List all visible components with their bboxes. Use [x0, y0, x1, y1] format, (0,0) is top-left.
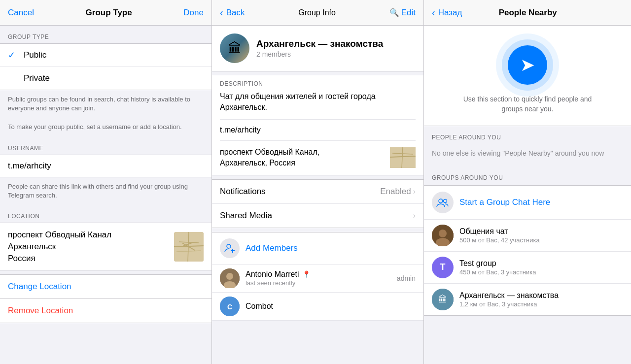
add-members-label: Add Members	[245, 243, 298, 253]
people-around-label: PEOPLE AROUND YOU	[424, 126, 631, 145]
start-group-row[interactable]: Start a Group Chat Here	[424, 186, 631, 220]
nav-title-group-info: Group Info	[298, 8, 336, 17]
nazad-button[interactable]: ‹ Назад	[432, 7, 462, 18]
nearby-group-info-1: Test group 450 м от Вас, 3 участника	[459, 259, 623, 276]
group-type-list: ✓ Public ✓ Private	[0, 43, 211, 90]
nav-bar-group-info: ‹ Back Group Info 🔍 Edit	[212, 0, 423, 26]
member-row-antonio[interactable]: Antonio Marreti 📍 last seen recently adm…	[212, 265, 423, 293]
nearby-group-name-0: Общения чат	[459, 227, 623, 236]
notifications-label: Notifications	[220, 187, 266, 197]
nearby-description: Use this section to quickly find people …	[458, 95, 596, 114]
description-label: DESCRIPTION	[212, 75, 423, 89]
people-empty-text: No one else is viewing "People Nearby" a…	[424, 145, 631, 166]
username-info-text: People can share this link with others a…	[0, 177, 211, 205]
location-section-header: LOCATION	[0, 205, 211, 223]
back-label-3: Назад	[438, 8, 462, 18]
group-avatar-inner: 🏛	[220, 33, 249, 63]
username-value: t.me/arhcity	[8, 161, 51, 170]
nearby-group-info-2: Архангельск — знакомства 1,2 км от Вас, …	[459, 291, 623, 308]
chevron-right-icon: ›	[413, 187, 416, 196]
svg-point-9	[227, 244, 231, 248]
nearby-hero: ➤ Use this section to quickly find peopl…	[424, 26, 631, 126]
nearby-avatar-arh: 🏛	[432, 289, 454, 310]
groups-section-wrapper: GROUPS AROUND YOU Start a Group Chat Her…	[424, 166, 631, 316]
search-icon: 🔍	[389, 8, 399, 17]
group-type-panel: Cancel Group Type Done GROUP TYPE ✓ Publ…	[0, 0, 212, 364]
member-status-antonio: last seen recently	[245, 279, 391, 287]
notifications-row[interactable]: Notifications Enabled ›	[212, 180, 423, 204]
location-text: проспект Обводный КаналАрхангельскРоссия	[8, 229, 111, 264]
chevron-right-icon-2: ›	[413, 211, 416, 220]
people-nearby-panel: ‹ Назад People Nearby ➤ Use this section…	[424, 0, 631, 364]
nearby-group-sub-0: 500 м от Вас, 42 участника	[459, 236, 623, 244]
group-avatar: 🏛	[220, 33, 249, 63]
group-members: 2 members	[256, 50, 383, 58]
edit-label: Edit	[401, 8, 416, 18]
username-link[interactable]: t.me/arhcity	[212, 120, 423, 140]
back-chevron-icon-3: ‹	[432, 7, 435, 18]
shared-media-label: Shared Media	[220, 211, 272, 221]
back-button[interactable]: ‹ Back	[220, 7, 245, 18]
location-row-text: проспект Обводный Канал,Архангельск, Рос…	[220, 147, 319, 169]
nav-title-people-nearby: People Nearby	[499, 8, 557, 18]
start-group-label: Start a Group Chat Here	[459, 198, 550, 207]
nearby-group-name-1: Test group	[459, 259, 623, 268]
shared-media-value: ›	[413, 211, 416, 220]
member-row-combot[interactable]: C Combot	[212, 293, 423, 321]
public-info-text-2: To make your group public, set a usernam…	[0, 118, 211, 136]
private-type-item[interactable]: ✓ Private	[0, 67, 211, 90]
done-button[interactable]: Done	[183, 8, 204, 18]
nearby-group-row-0[interactable]: Общения чат 500 м от Вас, 42 участника	[424, 220, 631, 252]
member-name-antonio: Antonio Marreti 📍	[245, 270, 391, 279]
svg-point-17	[439, 199, 443, 203]
nearby-avatar-obshenya	[432, 225, 454, 246]
nav-title-group-type: Group Type	[86, 8, 132, 18]
nearby-group-info-0: Общения чат 500 м от Вас, 42 участника	[459, 227, 623, 244]
location-circle-icon: ➤	[508, 45, 547, 85]
add-members-row[interactable]: Add Members	[212, 232, 423, 265]
nav-bar-group-type: Cancel Group Type Done	[0, 0, 211, 26]
member-avatar-combot: C	[220, 297, 240, 316]
start-group-icon	[432, 192, 454, 213]
pin-icon: 📍	[302, 270, 311, 278]
back-chevron-icon: ‹	[220, 7, 223, 18]
cancel-button[interactable]: Cancel	[8, 8, 34, 18]
description-section: DESCRIPTION Чат для общения жителей и го…	[212, 75, 423, 175]
svg-point-18	[444, 199, 447, 202]
add-members-icon	[220, 238, 240, 258]
remove-location-button[interactable]: Remove Location	[0, 298, 211, 323]
location-row: проспект Обводный Канал,Архангельск, Рос…	[212, 141, 423, 175]
map-mini-thumbnail	[390, 147, 416, 168]
change-location-button[interactable]: Change Location	[0, 275, 211, 298]
svg-text:🏛: 🏛	[438, 294, 447, 304]
back-label: Back	[226, 8, 245, 18]
nearby-group-row-2[interactable]: 🏛 Архангельск — знакомства 1,2 км от Вас…	[424, 284, 631, 315]
member-info-antonio: Antonio Marreti 📍 last seen recently	[245, 270, 391, 287]
svg-text:C: C	[227, 303, 232, 311]
group-info: Архангельск — знакомства 2 members	[256, 38, 383, 58]
group-name: Архангельск — знакомства	[256, 38, 383, 49]
edit-button[interactable]: 🔍 Edit	[389, 8, 416, 18]
nearby-group-row-1[interactable]: T Test group 450 м от Вас, 3 участника	[424, 252, 631, 284]
location-block: проспект Обводный КаналАрхангельскРоссия	[0, 223, 211, 270]
shared-media-row[interactable]: Shared Media ›	[212, 204, 423, 228]
people-around-section: PEOPLE AROUND YOU No one else is viewing…	[424, 126, 631, 166]
map-thumbnail	[174, 232, 204, 262]
group-header: 🏛 Архангельск — знакомства 2 members	[212, 26, 423, 71]
svg-point-13	[226, 273, 233, 280]
navigation-arrow-icon: ➤	[520, 55, 535, 75]
member-name-combot: Combot	[245, 302, 416, 311]
description-text: Чат для общения жителей и гостей города …	[212, 89, 423, 119]
members-section: Add Members Antonio Marreti 📍 last seen …	[212, 232, 423, 321]
location-actions: Change Location Remove Location	[0, 274, 211, 323]
nearby-avatar-test: T	[432, 257, 454, 278]
username-input-group[interactable]: t.me/arhcity	[0, 155, 211, 177]
public-info-text-1: Public groups can be found in search, ch…	[0, 90, 211, 118]
public-type-item[interactable]: ✓ Public	[0, 44, 211, 67]
svg-point-20	[439, 230, 447, 237]
username-section-header: USERNAME	[0, 137, 211, 155]
groups-around-label: GROUPS AROUND YOU	[424, 166, 631, 185]
member-info-combot: Combot	[245, 302, 416, 311]
group-type-section-header: GROUP TYPE	[0, 26, 211, 43]
check-icon: ✓	[8, 50, 18, 61]
